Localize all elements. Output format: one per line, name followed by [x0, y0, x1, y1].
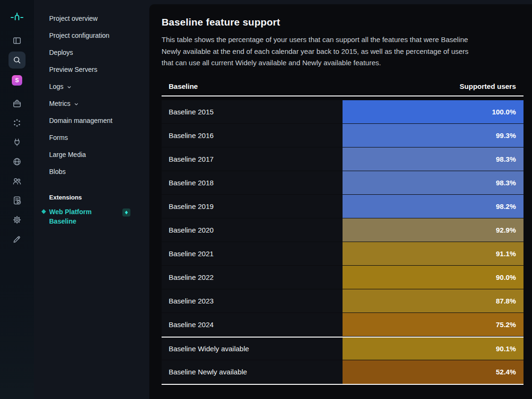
supported-users-bar: 98.3%	[343, 171, 523, 194]
sidebar-item-label: Deploys	[49, 49, 73, 56]
row-value: 100.0%	[492, 108, 516, 116]
row-label: Baseline 2022	[162, 266, 343, 289]
row-label: Baseline 2018	[162, 171, 343, 194]
supported-users-bar: 52.4%	[343, 360, 523, 384]
netlify-logo-icon[interactable]	[10, 10, 24, 25]
audit-log-glyph	[12, 196, 22, 205]
table-body: Baseline 2015 100.0% Baseline 2016 99.3%…	[162, 100, 523, 385]
icon-rail: S	[0, 0, 34, 399]
baseline-badge-icon	[122, 208, 130, 217]
supported-users-bar: 87.8%	[343, 289, 523, 312]
avatar[interactable]: S	[12, 75, 22, 86]
supported-users-bar: 90.1%	[343, 338, 523, 360]
globe-icon[interactable]	[9, 153, 26, 170]
supported-users-bar: 98.3%	[343, 147, 523, 171]
supported-users-bar: 90.0%	[343, 266, 523, 289]
sidebar-item-label: Project overview	[49, 15, 98, 22]
deploys-box-glyph	[12, 99, 22, 108]
chevron-down-icon	[67, 85, 72, 90]
sidebar-item-forms[interactable]: Forms	[34, 129, 149, 146]
row-label: Baseline 2024	[162, 313, 343, 336]
row-value: 98.3%	[496, 179, 516, 187]
sidebar-item-label: Forms	[49, 134, 68, 141]
sidebar-toggle-icon[interactable]	[9, 32, 26, 49]
audit-log-icon[interactable]	[9, 192, 26, 209]
sidebar-item-large-media[interactable]: Large Media	[34, 146, 149, 163]
row-value: 92.9%	[496, 226, 516, 234]
chevron-down-icon	[74, 102, 79, 107]
column-header-supported-users: Supported users	[460, 82, 516, 90]
sidebar-item-label: Large Media	[49, 151, 86, 158]
row-value: 99.3%	[496, 131, 516, 139]
row-label: Baseline 2019	[162, 195, 343, 218]
row-label: Baseline 2017	[162, 147, 343, 171]
sidebar-toggle-glyph	[12, 36, 22, 45]
settings-gear-icon[interactable]	[9, 211, 26, 228]
sidebar-item-project-overview[interactable]: Project overview	[34, 10, 149, 27]
sidebar-item-label: Domain management	[49, 117, 112, 124]
team-icon[interactable]	[9, 173, 26, 190]
sidebar-item-preview-servers[interactable]: Preview Servers	[34, 61, 149, 78]
row-value: 98.2%	[496, 202, 516, 210]
row-label: Baseline 2020	[162, 218, 343, 242]
supported-users-bar: 99.3%	[343, 124, 523, 147]
table-row-baseline-2016: Baseline 2016 99.3%	[162, 124, 523, 147]
row-value: 52.4%	[496, 368, 516, 376]
sidebar-item-project-configuration[interactable]: Project configuration	[34, 27, 149, 44]
sidebar-item-domain-management[interactable]: Domain management	[34, 112, 149, 129]
row-label: Baseline 2015	[162, 100, 343, 123]
baseline-support-table: Baseline Supported users Baseline 2015 1…	[162, 82, 523, 385]
row-value: 98.3%	[496, 155, 516, 163]
extensions-dots-glyph	[12, 118, 22, 128]
table-row-baseline-2022: Baseline 2022 90.0%	[162, 266, 523, 289]
row-label: Baseline 2021	[162, 242, 343, 265]
row-value: 75.2%	[496, 321, 516, 329]
sidebar-item-web-platform-baseline[interactable]: Web Platform Baseline	[34, 207, 149, 226]
search-glyph	[12, 55, 22, 65]
row-label: Baseline Widely available	[162, 338, 343, 360]
table-row-baseline-2015: Baseline 2015 100.0%	[162, 100, 523, 124]
globe-glyph	[12, 157, 22, 166]
edit-pencil-icon[interactable]	[9, 231, 26, 248]
settings-gear-glyph	[12, 215, 22, 225]
table-row-baseline-2023: Baseline 2023 87.8%	[162, 289, 523, 313]
table-header: Baseline Supported users	[162, 82, 523, 96]
baseline-badge-glyph	[124, 210, 129, 215]
row-value: 90.1%	[496, 345, 516, 353]
deploys-box-icon[interactable]	[9, 95, 26, 112]
edit-pencil-glyph	[12, 234, 22, 244]
supported-users-bar: 75.2%	[343, 313, 523, 336]
row-value: 87.8%	[496, 297, 516, 305]
table-row-baseline-2021: Baseline 2021 91.1%	[162, 242, 523, 266]
app-root: S	[0, 0, 532, 399]
sidebar-item-blobs[interactable]: Blobs	[34, 163, 149, 180]
supported-users-bar: 91.1%	[343, 242, 523, 265]
sidebar: Project overview Project configuration D…	[34, 0, 149, 399]
extensions-dots-icon[interactable]	[9, 114, 26, 131]
table-row-baseline-2024: Baseline 2024 75.2%	[162, 313, 523, 337]
sidebar-item-logs[interactable]: Logs	[34, 78, 149, 95]
team-glyph	[12, 176, 22, 186]
plug-icon[interactable]	[9, 134, 26, 151]
netlify-logo-glyph	[10, 11, 24, 24]
sidebar-item-deploys[interactable]: Deploys	[34, 44, 149, 61]
sidebar-nav-list: Project overview Project configuration D…	[34, 10, 149, 180]
row-label: Baseline 2023	[162, 289, 343, 312]
extension-link[interactable]: Web Platform Baseline	[49, 207, 102, 226]
table-row-baseline-widely-available: Baseline Widely available 90.1%	[162, 337, 523, 360]
extensions-heading: Extensions	[49, 194, 149, 201]
search-icon[interactable]	[9, 52, 26, 69]
sidebar-item-label: Metrics	[49, 100, 70, 107]
supported-users-bar: 100.0%	[343, 100, 523, 123]
supported-users-bar: 98.2%	[343, 195, 523, 218]
sidebar-item-label: Blobs	[49, 168, 66, 175]
page-title: Baseline feature support	[162, 17, 523, 28]
supported-users-bar: 92.9%	[343, 218, 523, 242]
table-row-baseline-2020: Baseline 2020 92.9%	[162, 218, 523, 242]
table-row-baseline-2019: Baseline 2019 98.2%	[162, 195, 523, 218]
sidebar-item-label: Project configuration	[49, 32, 110, 39]
table-row-baseline-2018: Baseline 2018 98.3%	[162, 171, 523, 195]
row-value: 91.1%	[496, 250, 516, 258]
column-header-baseline: Baseline	[169, 82, 198, 90]
sidebar-item-metrics[interactable]: Metrics	[34, 95, 149, 112]
